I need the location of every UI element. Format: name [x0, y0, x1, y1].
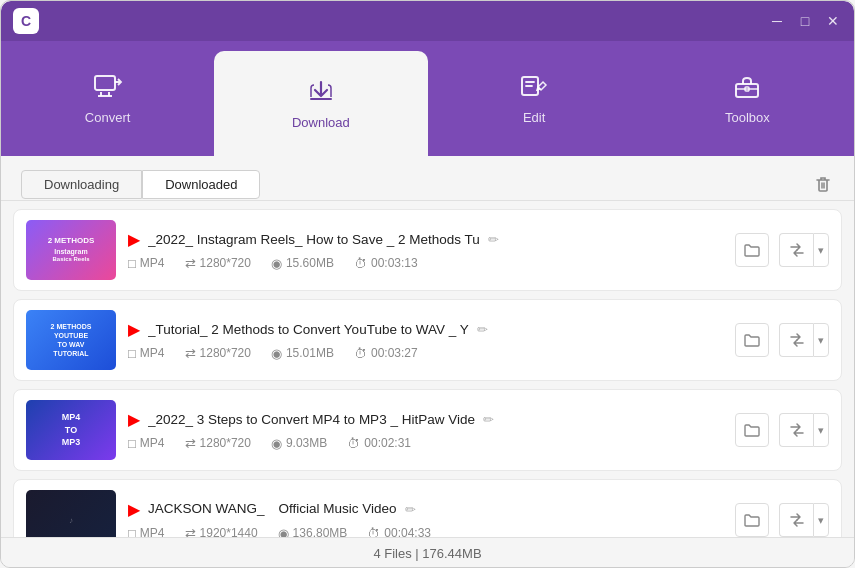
edit-title-icon[interactable]: ✏ — [483, 412, 494, 427]
convert-dropdown-button[interactable]: ▾ — [813, 503, 829, 537]
tab-convert[interactable]: Convert — [1, 41, 214, 156]
size-meta: ◉ 15.01MB — [271, 346, 334, 361]
duration-icon: ⏱ — [367, 526, 380, 538]
file-actions: ▾ — [735, 503, 829, 537]
convert-main-button[interactable] — [779, 323, 813, 357]
list-item: 2 METHODS Instagram Basics Reels ▶ _2022… — [13, 209, 842, 291]
duration-icon: ⏱ — [347, 436, 360, 451]
convert-dropdown-button[interactable]: ▾ — [813, 323, 829, 357]
youtube-icon: ▶ — [128, 410, 140, 429]
resolution-meta: ⇄ 1920*1440 — [185, 526, 258, 538]
format-meta: □ MP4 — [128, 346, 165, 361]
toolbox-icon — [732, 72, 762, 104]
tab-edit[interactable]: Edit — [428, 41, 641, 156]
size-icon: ◉ — [271, 436, 282, 451]
thumbnail: 2 METHODS Instagram Basics Reels — [26, 220, 116, 280]
file-info: ▶ JACKSON WANG_ Official Music Video ✏ □… — [128, 500, 723, 538]
edit-title-icon[interactable]: ✏ — [488, 232, 499, 247]
svg-rect-0 — [95, 76, 115, 90]
nav-bar: Convert Download — [1, 41, 854, 156]
thumbnail: MP4 TO MP3 — [26, 400, 116, 460]
file-title: _2022_ 3 Steps to Convert MP4 to MP3 _ H… — [148, 412, 475, 427]
title-row: ▶ _2022_ Instagram Reels_ How to Save _ … — [128, 230, 723, 249]
format-meta: □ MP4 — [128, 526, 165, 538]
file-count-label: 4 Files | 176.44MB — [373, 546, 481, 561]
open-folder-button[interactable] — [735, 323, 769, 357]
edit-title-icon[interactable]: ✏ — [477, 322, 488, 337]
resolution-icon: ⇄ — [185, 436, 196, 451]
resolution-meta: ⇄ 1280*720 — [185, 346, 251, 361]
open-folder-button[interactable] — [735, 233, 769, 267]
file-meta: □ MP4 ⇄ 1280*720 ◉ 15.60MB ⏱ 00:03:13 — [128, 256, 723, 271]
open-folder-button[interactable] — [735, 413, 769, 447]
convert-button-group: ▾ — [779, 233, 829, 267]
size-meta: ◉ 136.80MB — [278, 526, 348, 538]
delete-all-button[interactable] — [807, 168, 839, 200]
list-item: 2 METHODS YOUTUBE TO WAV TUTORIAL ▶ _Tut… — [13, 299, 842, 381]
app-window: C ─ □ ✕ Convert — [1, 1, 854, 568]
subtab-downloading[interactable]: Downloading — [21, 170, 142, 199]
close-button[interactable]: ✕ — [824, 12, 842, 30]
size-icon: ◉ — [271, 256, 282, 271]
title-row: ▶ JACKSON WANG_ Official Music Video ✏ — [128, 500, 723, 519]
format-meta: □ MP4 — [128, 436, 165, 451]
size-icon: ◉ — [278, 526, 289, 538]
duration-icon: ⏱ — [354, 346, 367, 361]
file-title: _2022_ Instagram Reels_ How to Save _ 2 … — [148, 232, 480, 247]
size-icon: ◉ — [271, 346, 282, 361]
file-icon: □ — [128, 256, 136, 271]
convert-icon — [93, 72, 123, 104]
duration-meta: ⏱ 00:03:27 — [354, 346, 418, 361]
edit-title-icon[interactable]: ✏ — [405, 502, 416, 517]
file-info: ▶ _2022_ 3 Steps to Convert MP4 to MP3 _… — [128, 410, 723, 451]
convert-dropdown-button[interactable]: ▾ — [813, 413, 829, 447]
file-meta: □ MP4 ⇄ 1280*720 ◉ 9.03MB ⏱ 00:02:31 — [128, 436, 723, 451]
window-controls: ─ □ ✕ — [768, 12, 842, 30]
resolution-icon: ⇄ — [185, 346, 196, 361]
file-list: 2 METHODS Instagram Basics Reels ▶ _2022… — [1, 201, 854, 537]
size-meta: ◉ 9.03MB — [271, 436, 327, 451]
file-title: _Tutorial_ 2 Methods to Convert YouTube … — [148, 322, 469, 337]
sub-tabs-wrapper: Downloading Downloaded — [1, 156, 854, 201]
tab-convert-label: Convert — [85, 110, 131, 125]
convert-button-group: ▾ — [779, 503, 829, 537]
convert-dropdown-button[interactable]: ▾ — [813, 233, 829, 267]
footer: 4 Files | 176.44MB — [1, 537, 854, 568]
youtube-icon: ▶ — [128, 230, 140, 249]
maximize-button[interactable]: □ — [796, 12, 814, 30]
convert-main-button[interactable] — [779, 413, 813, 447]
file-title: JACKSON WANG_ Official Music Video — [148, 500, 397, 518]
convert-button-group: ▾ — [779, 323, 829, 357]
file-info: ▶ _2022_ Instagram Reels_ How to Save _ … — [128, 230, 723, 271]
resolution-icon: ⇄ — [185, 526, 196, 538]
file-info: ▶ _Tutorial_ 2 Methods to Convert YouTub… — [128, 320, 723, 361]
file-actions: ▾ — [735, 233, 829, 267]
file-actions: ▾ — [735, 413, 829, 447]
minimize-button[interactable]: ─ — [768, 12, 786, 30]
format-meta: □ MP4 — [128, 256, 165, 271]
title-row: ▶ _Tutorial_ 2 Methods to Convert YouTub… — [128, 320, 723, 339]
open-folder-button[interactable] — [735, 503, 769, 537]
tab-toolbox[interactable]: Toolbox — [641, 41, 854, 156]
subtab-downloaded[interactable]: Downloaded — [142, 170, 260, 199]
tab-edit-label: Edit — [523, 110, 545, 125]
sub-tabs: Downloading Downloaded — [21, 170, 260, 199]
file-meta: □ MP4 ⇄ 1280*720 ◉ 15.01MB ⏱ 00:03:27 — [128, 346, 723, 361]
list-item: MP4 TO MP3 ▶ _2022_ 3 Steps to Convert M… — [13, 389, 842, 471]
thumbnail: ♪ — [26, 490, 116, 537]
list-item: ♪ ▶ JACKSON WANG_ Official Music Video ✏… — [13, 479, 842, 537]
youtube-icon: ▶ — [128, 500, 140, 519]
resolution-meta: ⇄ 1280*720 — [185, 256, 251, 271]
app-logo: C — [13, 8, 39, 34]
youtube-icon: ▶ — [128, 320, 140, 339]
resolution-meta: ⇄ 1280*720 — [185, 436, 251, 451]
convert-main-button[interactable] — [779, 503, 813, 537]
convert-main-button[interactable] — [779, 233, 813, 267]
sub-tabs-bar: Downloading Downloaded — [1, 156, 854, 201]
thumbnail: 2 METHODS YOUTUBE TO WAV TUTORIAL — [26, 310, 116, 370]
duration-meta: ⏱ 00:04:33 — [367, 526, 431, 538]
file-icon: □ — [128, 436, 136, 451]
convert-button-group: ▾ — [779, 413, 829, 447]
tab-download[interactable]: Download — [214, 51, 427, 156]
tab-toolbox-label: Toolbox — [725, 110, 770, 125]
